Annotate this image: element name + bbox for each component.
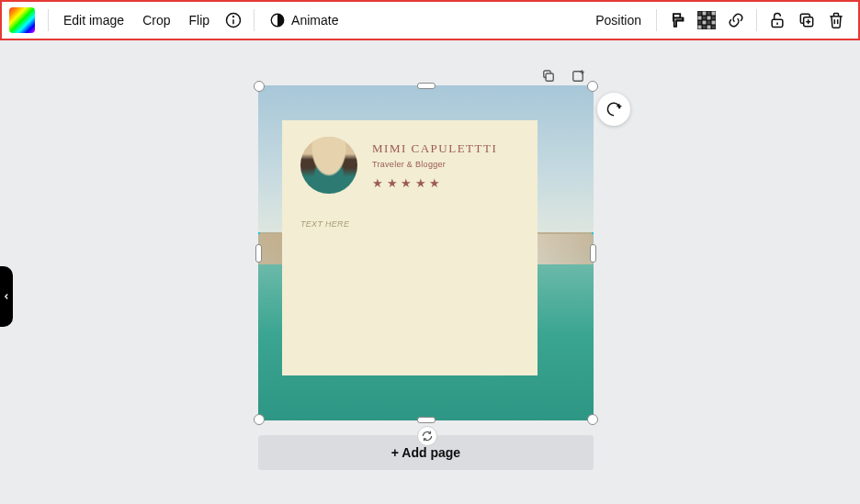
- svg-point-2: [233, 17, 234, 17]
- card-name[interactable]: MIMI CAPULETTTI: [372, 141, 497, 156]
- card-subtitle[interactable]: Traveler & Blogger: [372, 160, 497, 169]
- svg-rect-5: [707, 11, 711, 16]
- page-controls: [538, 66, 588, 86]
- toolbar-separator: [254, 9, 255, 31]
- avatar[interactable]: [300, 137, 357, 194]
- resize-handle-w[interactable]: [255, 244, 262, 263]
- color-picker-swatch[interactable]: [9, 7, 35, 33]
- resize-handle-ne[interactable]: [587, 81, 598, 92]
- toolbar-separator: [656, 9, 657, 31]
- canvas-area: MIMI CAPULETTTI Traveler & Blogger ★ ★ ★…: [0, 40, 860, 504]
- duplicate-icon[interactable]: [792, 6, 821, 35]
- animate-button[interactable]: Animate: [260, 6, 347, 34]
- add-page-icon[interactable]: [568, 66, 588, 86]
- resize-handle-n[interactable]: [417, 83, 436, 89]
- delete-icon[interactable]: [821, 6, 851, 35]
- image-edit-toolbar: Edit image Crop Flip Animate Position: [0, 0, 860, 40]
- svg-rect-10: [702, 25, 707, 29]
- svg-rect-18: [697, 25, 702, 29]
- duplicate-page-icon[interactable]: [538, 66, 559, 86]
- edit-image-button[interactable]: Edit image: [54, 7, 133, 33]
- review-card[interactable]: MIMI CAPULETTTI Traveler & Blogger ★ ★ ★…: [282, 120, 538, 375]
- svg-rect-19: [707, 25, 711, 29]
- resize-handle-s[interactable]: [417, 417, 436, 423]
- svg-rect-8: [697, 20, 702, 25]
- card-header: MIMI CAPULETTTI Traveler & Blogger ★ ★ ★…: [300, 137, 519, 194]
- svg-rect-15: [707, 16, 711, 20]
- quick-action-button[interactable]: [597, 93, 630, 126]
- svg-rect-9: [707, 20, 711, 25]
- expand-side-panel-tab[interactable]: [0, 266, 13, 327]
- svg-rect-17: [711, 20, 716, 25]
- svg-rect-16: [702, 20, 707, 25]
- svg-rect-25: [546, 73, 553, 81]
- svg-rect-6: [702, 16, 707, 20]
- transparency-icon[interactable]: [692, 6, 721, 35]
- svg-rect-12: [702, 11, 707, 16]
- crop-button[interactable]: Crop: [133, 7, 179, 33]
- card-body-placeholder[interactable]: TEXT HERE: [300, 219, 519, 229]
- toolbar-separator: [48, 9, 49, 31]
- lock-icon[interactable]: [763, 6, 792, 35]
- svg-rect-7: [711, 16, 716, 20]
- style-copy-icon[interactable]: [662, 6, 692, 35]
- selected-image[interactable]: MIMI CAPULETTTI Traveler & Blogger ★ ★ ★…: [258, 85, 594, 420]
- svg-rect-13: [711, 11, 716, 16]
- position-button[interactable]: Position: [586, 7, 651, 33]
- link-icon[interactable]: [721, 6, 751, 35]
- resize-handle-sw[interactable]: [254, 414, 265, 425]
- star-rating[interactable]: ★ ★ ★ ★ ★: [372, 176, 497, 190]
- sync-icon: [417, 426, 437, 446]
- svg-rect-26: [573, 72, 583, 82]
- svg-rect-14: [697, 16, 702, 20]
- flip-button[interactable]: Flip: [180, 7, 220, 33]
- toolbar-separator: [756, 9, 757, 31]
- resize-handle-e[interactable]: [590, 244, 596, 263]
- animate-label: Animate: [291, 13, 338, 28]
- svg-rect-11: [711, 25, 716, 29]
- svg-rect-4: [697, 11, 702, 16]
- resize-handle-nw[interactable]: [254, 81, 265, 92]
- resize-handle-se[interactable]: [587, 414, 598, 425]
- info-icon[interactable]: [219, 6, 248, 35]
